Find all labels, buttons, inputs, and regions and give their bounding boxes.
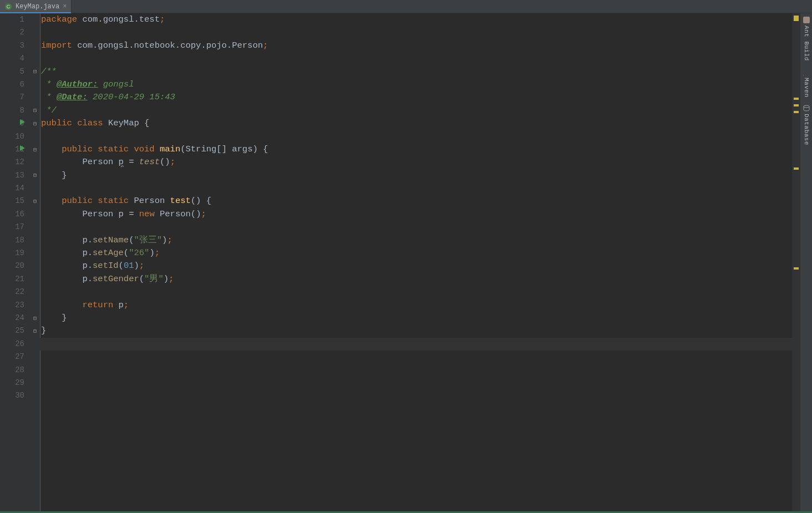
java-class-icon: C — [4, 3, 12, 11]
fold-open-icon[interactable]: ⊟ — [33, 198, 37, 205]
svg-rect-4 — [803, 17, 810, 23]
maven-icon: m — [803, 69, 810, 75]
run-class-icon[interactable] — [19, 119, 26, 125]
fold-close-icon[interactable]: ⊟ — [33, 315, 37, 322]
warning-marker[interactable] — [794, 104, 799, 106]
warning-marker[interactable] — [794, 98, 799, 100]
svg-text:C: C — [7, 4, 11, 9]
svg-point-6 — [804, 105, 809, 108]
ant-icon — [803, 17, 810, 23]
fold-close-icon[interactable]: ⊟ — [33, 172, 37, 179]
editor-tab[interactable]: C KeyMap.java × — [0, 0, 72, 13]
error-stripe[interactable] — [792, 13, 800, 511]
ide-root: C KeyMap.java × 1 2 3 4 5 6 7 8 9 10 11 … — [0, 0, 812, 513]
svg-marker-2 — [20, 119, 25, 125]
warning-marker[interactable] — [794, 111, 799, 113]
overall-status-marker — [794, 16, 799, 21]
right-tool-strip: Ant Build m Maven Database — [800, 13, 812, 511]
editor-tab-label: KeyMap.java — [16, 3, 59, 11]
run-main-icon[interactable] — [19, 145, 26, 151]
fold-open-icon[interactable]: ⊟ — [33, 120, 37, 127]
gutter-icon-strip: ⊟ ⊟ ⊟ ⊟ ⊟ ⊟ ⊟ ⊟ — [30, 13, 40, 511]
tool-ant[interactable]: Ant Build — [803, 17, 810, 61]
code-editor[interactable]: 1 2 3 4 5 6 7 8 9 10 11 12 13 14 15 16 1… — [0, 13, 800, 511]
close-icon[interactable]: × — [63, 3, 67, 11]
fold-open-icon[interactable]: ⊟ — [33, 146, 37, 153]
fold-close-icon[interactable]: ⊟ — [33, 107, 37, 114]
fold-open-icon[interactable]: ⊟ — [33, 68, 37, 75]
tool-maven[interactable]: m Maven — [803, 69, 810, 98]
svg-text:m: m — [803, 74, 806, 75]
line-number-gutter: 1 2 3 4 5 6 7 8 9 10 11 12 13 14 15 16 1… — [0, 13, 30, 511]
warning-marker[interactable] — [794, 267, 799, 270]
database-icon — [803, 105, 810, 111]
editor-tabbar: C KeyMap.java × — [0, 0, 812, 13]
tool-database[interactable]: Database — [803, 105, 810, 145]
editor-main: 1 2 3 4 5 6 7 8 9 10 11 12 13 14 15 16 1… — [0, 13, 812, 511]
code-area[interactable]: package com.gongsl.test; import com.gong… — [40, 13, 792, 511]
fold-close-icon[interactable]: ⊟ — [33, 328, 37, 334]
warning-marker[interactable] — [794, 167, 799, 170]
svg-marker-3 — [20, 145, 25, 151]
